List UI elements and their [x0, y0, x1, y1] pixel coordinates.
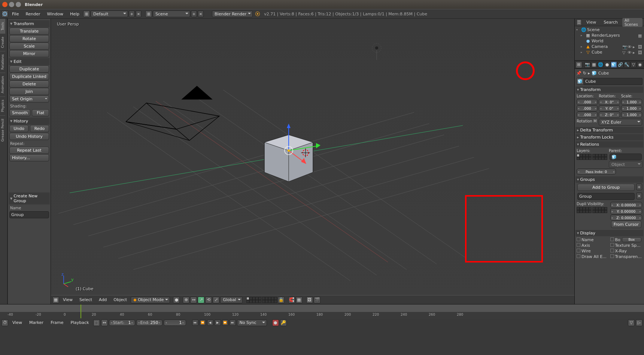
- scale-x-field[interactable]: 1.000: [621, 99, 642, 105]
- panel-history-header[interactable]: History: [9, 118, 50, 125]
- tab-create[interactable]: Create: [0, 33, 5, 51]
- tab-render-icon[interactable]: 📷: [584, 61, 590, 68]
- translate-button[interactable]: Translate: [9, 28, 49, 35]
- render-engine-dropdown[interactable]: Blender Render: [212, 10, 253, 17]
- panel-transform-header[interactable]: Transform: [9, 20, 50, 27]
- render-anim-icon[interactable]: 🎬: [314, 297, 321, 303]
- tree-camera[interactable]: ▸▲Camera📷👁▸🖼: [575, 44, 643, 49]
- tab-object-icon[interactable]: 🧊: [611, 61, 617, 68]
- autokey-button[interactable]: ●: [272, 319, 279, 326]
- current-frame-field[interactable]: 1: [164, 319, 186, 326]
- scene-add-button[interactable]: +: [191, 10, 197, 17]
- tl-menu-playback[interactable]: Playback: [67, 319, 92, 326]
- prev-key-button[interactable]: ⏪: [200, 319, 206, 326]
- vp-menu-object[interactable]: Object: [110, 296, 130, 303]
- jump-end-button[interactable]: ⏭: [230, 319, 236, 326]
- add-to-group-button[interactable]: Add to Group: [577, 184, 635, 191]
- play-rev-button[interactable]: ◀: [207, 319, 213, 326]
- props-display-header[interactable]: Display: [575, 230, 643, 236]
- object-name-field[interactable]: Cube: [584, 78, 643, 85]
- timeline-cursor[interactable]: [80, 304, 81, 318]
- tree-renderlayers[interactable]: ▸▦RenderLayers▦: [575, 33, 643, 38]
- marker-add-icon[interactable]: ▽: [628, 319, 635, 326]
- props-transform-header[interactable]: Transform: [575, 87, 643, 93]
- disp-name-check[interactable]: Name: [581, 237, 593, 242]
- disp-axis-check[interactable]: Axis: [581, 243, 590, 248]
- pivot-icon[interactable]: ⊕: [183, 297, 189, 303]
- layer-buttons[interactable]: [246, 297, 277, 303]
- scale-y-field[interactable]: 1.000: [621, 105, 642, 111]
- disp-drawall-check[interactable]: Draw All E...: [581, 254, 607, 259]
- outliner-view[interactable]: View: [583, 19, 599, 26]
- delete-button[interactable]: Delete: [9, 81, 49, 88]
- pass-index-field[interactable]: Pass Inde: 0: [577, 169, 616, 175]
- snap-type-icon[interactable]: ▦: [296, 297, 303, 303]
- tree-world[interactable]: ●World: [575, 38, 643, 44]
- keying-set-icon[interactable]: 🔑: [280, 319, 287, 326]
- rot-z-field[interactable]: Z: 0°: [599, 112, 620, 118]
- rot-x-field[interactable]: X: 0°: [599, 99, 620, 105]
- tl-menu-frame[interactable]: Frame: [48, 319, 66, 326]
- tl-menu-view[interactable]: View: [9, 319, 25, 326]
- minimize-icon[interactable]: [9, 2, 14, 7]
- tab-material-icon[interactable]: ◉: [637, 61, 643, 68]
- shading-solid-icon[interactable]: ●: [173, 297, 180, 303]
- parent-type-dropdown[interactable]: Object: [609, 161, 643, 168]
- refresh-icon[interactable]: ↻: [583, 71, 586, 76]
- vp-menu-select[interactable]: Select: [76, 296, 95, 303]
- end-frame-field[interactable]: End:250: [136, 319, 162, 326]
- scene-browse-icon[interactable]: ≣: [145, 10, 152, 17]
- undo-history-button[interactable]: Undo History: [9, 133, 49, 140]
- undo-button[interactable]: Undo: [9, 125, 28, 132]
- props-groups-header[interactable]: Groups: [575, 176, 643, 183]
- disp-wire-check[interactable]: Wire: [581, 249, 591, 254]
- disp-tex-check[interactable]: Texture Sp...: [615, 243, 641, 248]
- menu-window[interactable]: Window: [44, 10, 66, 18]
- rotate-gizmo-icon[interactable]: ⟲: [205, 297, 212, 303]
- outliner-filter[interactable]: All Scenes: [622, 18, 643, 27]
- editor-type-info-icon[interactable]: i: [1, 10, 8, 17]
- rot-y-field[interactable]: Y: 0°: [599, 105, 620, 111]
- tab-renderlayers-icon[interactable]: ▦: [591, 61, 597, 68]
- close-icon[interactable]: [2, 2, 7, 7]
- operator-panel-header[interactable]: Create New Group: [9, 192, 50, 204]
- menu-help[interactable]: Help: [67, 10, 82, 18]
- tab-modifiers-icon[interactable]: 🔧: [624, 61, 630, 68]
- dupli-x-field[interactable]: X: 0.00000: [610, 202, 643, 208]
- tab-constraints-icon[interactable]: 🔗: [617, 61, 624, 68]
- vp-menu-add[interactable]: Add: [96, 296, 110, 303]
- layout-dropdown[interactable]: Default: [91, 10, 128, 17]
- tab-animation[interactable]: Animation: [0, 73, 5, 96]
- pin-icon[interactable]: 📌: [576, 71, 581, 76]
- start-frame-field[interactable]: Start:1: [109, 319, 135, 326]
- props-delta-header[interactable]: Delta Transform: [575, 127, 643, 133]
- vp-menu-view[interactable]: View: [60, 296, 76, 303]
- next-key-button[interactable]: ⏩: [222, 319, 228, 326]
- range-toggle-icon[interactable]: ⬚: [93, 319, 100, 326]
- repeat-last-button[interactable]: Repeat Last: [9, 147, 49, 154]
- mirror-button[interactable]: Mirror: [9, 50, 49, 57]
- tab-physics[interactable]: Physics: [0, 96, 5, 115]
- scene-remove-button[interactable]: ✕: [198, 10, 204, 17]
- tab-tools[interactable]: Tools: [0, 19, 5, 33]
- layout-remove-button[interactable]: ✕: [136, 10, 142, 17]
- loc-x-field[interactable]: .000: [577, 99, 598, 105]
- disp-box-button[interactable]: Box: [622, 237, 641, 242]
- scale-z-field[interactable]: 1.000: [621, 112, 642, 118]
- clip-icon[interactable]: ↔: [101, 319, 108, 326]
- parent-field[interactable]: 🧊: [610, 154, 642, 160]
- loc-z-field[interactable]: .000: [577, 112, 598, 118]
- editor-type-outliner-icon[interactable]: ☰: [576, 19, 582, 26]
- snap-toggle-icon[interactable]: 🧲: [288, 297, 295, 303]
- editor-type-props-icon[interactable]: ⊞: [575, 61, 582, 68]
- scene-dropdown[interactable]: Scene: [153, 10, 190, 17]
- maximize-icon[interactable]: [16, 2, 21, 7]
- marker-next-icon[interactable]: ▷: [636, 319, 643, 326]
- tab-grease-pencil[interactable]: Grease Pencil: [0, 115, 5, 145]
- disp-transp-check[interactable]: Transparen...: [615, 254, 642, 259]
- sync-dropdown[interactable]: No Sync: [237, 319, 267, 326]
- layout-add-button[interactable]: +: [129, 10, 135, 17]
- jump-start-button[interactable]: ⏮: [192, 319, 198, 326]
- mode-dropdown[interactable]: ◆ Object Mode: [131, 297, 170, 303]
- play-button[interactable]: ▶: [215, 319, 221, 326]
